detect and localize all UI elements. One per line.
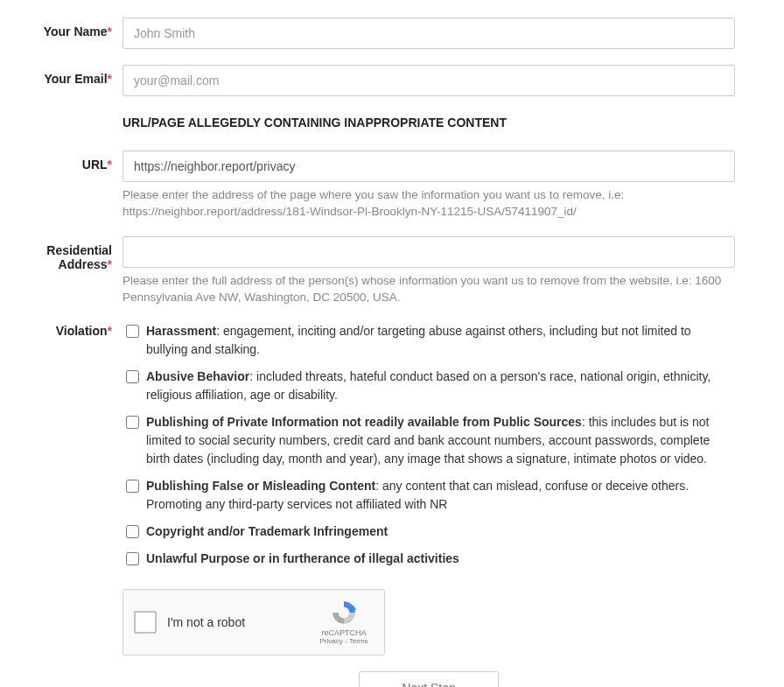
violation-item: Harassment: engagement, inciting and/or … [122, 322, 735, 359]
violation-text: Unlawful Purpose or in furtherance of il… [146, 550, 735, 568]
violation-text: Harassment: engagement, inciting and/or … [146, 322, 735, 359]
label-url: URL* [82, 158, 112, 172]
violation-text: Publishing False or Misleading Content: … [146, 477, 735, 514]
email-input[interactable] [122, 65, 735, 96]
address-helper: Please enter the full address of the per… [122, 273, 735, 306]
section-header: URL/PAGE ALLEGEDLY CONTAINING INAPPROPRI… [122, 116, 735, 130]
violation-checkbox-copyright[interactable] [126, 525, 139, 538]
address-input[interactable] [122, 236, 735, 268]
label-violation: Violation* [56, 324, 112, 338]
violation-text: Publishing of Private Information not re… [146, 413, 735, 468]
name-input[interactable] [122, 18, 735, 49]
recaptcha-brand-text: reCAPTCHA [321, 628, 366, 637]
recaptcha-label: I'm not a robot [167, 615, 314, 629]
violation-checkbox-abusive[interactable] [126, 370, 139, 383]
url-helper: Please enter the address of the page whe… [122, 187, 735, 221]
violation-text: Abusive Behavior: included threats, hate… [146, 368, 735, 404]
recaptcha-widget[interactable]: I'm not a robot reCAPTCHA Privacy - Term… [122, 589, 385, 655]
violation-item: Unlawful Purpose or in furtherance of il… [122, 550, 735, 568]
row-name: Your Name* [18, 18, 766, 49]
recaptcha-icon [330, 599, 358, 627]
label-address: Residential Address* [46, 243, 112, 271]
label-name: Your Name* [44, 25, 112, 39]
row-violation: Violation* Harassment: engagement, incit… [18, 322, 766, 687]
violation-item: Publishing False or Misleading Content: … [122, 477, 735, 514]
violation-checkbox-harassment[interactable] [126, 325, 139, 338]
violation-checkbox-false-content[interactable] [126, 480, 139, 493]
recaptcha-links[interactable]: Privacy - Terms [320, 637, 368, 645]
violation-item: Publishing of Private Information not re… [122, 413, 735, 468]
violation-checkbox-unlawful[interactable] [126, 552, 139, 565]
row-address: Residential Address* Please enter the fu… [18, 236, 766, 306]
violation-checkbox-private-info[interactable] [126, 416, 139, 429]
recaptcha-checkbox[interactable] [134, 611, 157, 634]
row-email: Your Email* [18, 65, 766, 96]
next-step-button[interactable]: Next Step [359, 671, 498, 687]
row-url: URL* Please enter the address of the pag… [18, 151, 766, 221]
violation-item: Abusive Behavior: included threats, hate… [122, 368, 735, 404]
url-input[interactable] [122, 151, 735, 182]
row-section-header: URL/PAGE ALLEGEDLY CONTAINING INAPPROPRI… [18, 112, 766, 144]
violation-item: Copyright and/or Trademark Infringement [122, 522, 735, 541]
label-email: Your Email* [44, 72, 112, 86]
violation-text: Copyright and/or Trademark Infringement [146, 522, 735, 541]
recaptcha-brand: reCAPTCHA Privacy - Terms [314, 599, 374, 645]
